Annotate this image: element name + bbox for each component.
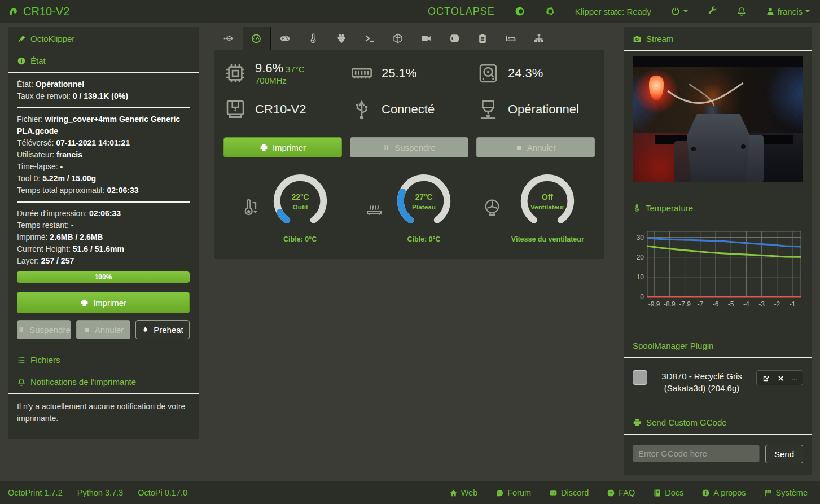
svg-text:22°C: 22°C	[291, 193, 309, 201]
tab-temperature[interactable]	[299, 27, 327, 50]
tab-dashboard[interactable]	[243, 27, 271, 50]
gcode-input[interactable]	[633, 445, 760, 462]
send-button-label: Send	[774, 449, 794, 459]
stream-header-label: Stream	[646, 34, 673, 43]
state-line: Taux de renvoi: 0 / 139.1K (0%)	[17, 90, 190, 102]
spoolmanager-header[interactable]: SpoolManager Plugin	[624, 334, 812, 354]
preheat-button[interactable]: Preheat	[135, 320, 190, 339]
printer-state-stat: Opérationnel	[476, 98, 595, 121]
sidebar-item-label: OctoKlipper	[30, 34, 74, 43]
tab-octopi[interactable]	[327, 27, 356, 50]
stop-icon	[83, 326, 90, 334]
tab-control[interactable]	[271, 27, 299, 50]
send-gcode-header[interactable]: Send Custom GCode	[624, 411, 812, 431]
file-line: Tool 0: 5.22m / 15.00g	[17, 173, 190, 185]
tab-plugin-manager[interactable]	[525, 27, 553, 50]
tab-gcode-viewer[interactable]	[384, 27, 412, 50]
octopi-version-link[interactable]: OctoPi 0.17.0	[138, 488, 187, 497]
job-line: Imprimé: 2.6MB / 2.6MB	[17, 231, 190, 243]
footer-link-label: Discord	[561, 488, 589, 497]
ram-percent: 25.1%	[382, 66, 416, 81]
more-spools-button[interactable]: ...	[791, 374, 797, 382]
tab-connection[interactable]	[214, 27, 243, 50]
sidebar-item-notifications[interactable]: Notifications de l'imprimante	[8, 368, 199, 390]
spool-item: 3D870 - Recyclé Gris (Sakata3d) (204.6g)…	[624, 363, 812, 396]
temperature-chart: -9.9-8.9-7.9-7-6-5-4-3-2-10102030	[632, 226, 804, 312]
edit-spool-button[interactable]	[762, 373, 770, 383]
pause-button[interactable]: Suspendre	[350, 137, 468, 157]
footer-link-label: Docs	[665, 488, 683, 497]
octoprint-version-link[interactable]: OctoPrint 1.7.2	[8, 488, 63, 497]
divider	[624, 50, 812, 51]
footer-link-about[interactable]: A propos	[701, 488, 746, 497]
tab-bed-visualizer[interactable]	[497, 27, 525, 50]
svg-text:0: 0	[640, 293, 644, 301]
printer-icon	[633, 418, 642, 427]
sidebar-item-octoklipper[interactable]: OctoKlipper	[8, 27, 199, 47]
pause-button[interactable]: Suspendre	[17, 320, 71, 339]
tab-terminal[interactable]	[356, 27, 384, 50]
sidebar-item-label: Fichiers	[30, 355, 60, 365]
microchip-icon	[545, 6, 556, 17]
eye-toggle-icon	[514, 6, 525, 17]
system-power-menu[interactable]	[670, 6, 688, 16]
spool-color-swatch[interactable]	[633, 370, 647, 385]
file-line: Time-lapse: -	[17, 161, 190, 173]
right-sidebar: Stream Temperature -9.9-8.9-7.9-7-6-5-4-…	[624, 27, 812, 475]
print-button[interactable]: Imprimer	[17, 292, 190, 313]
webcam-bed-slot	[760, 135, 793, 144]
usb-icon	[223, 33, 234, 44]
footer-link-docs[interactable]: Docs	[653, 488, 683, 497]
sitemap-icon	[533, 33, 545, 44]
divider	[8, 393, 199, 394]
bell-icon	[736, 6, 747, 16]
announcements-button[interactable]	[736, 6, 747, 16]
svg-text:Outil: Outil	[292, 203, 308, 211]
octolapse-toggle-button[interactable]	[514, 6, 525, 17]
printer-profile-stat: CR10-V2	[223, 98, 342, 121]
printer-profile: CR10-V2	[255, 102, 306, 117]
settings-button[interactable]	[707, 6, 717, 16]
footer-link-system[interactable]: Système	[764, 488, 808, 497]
svg-text:-5: -5	[728, 300, 734, 308]
footer-link-faq[interactable]: ? FAQ	[607, 488, 635, 497]
send-gcode-button[interactable]: Send	[765, 445, 803, 463]
svg-text:-8.9: -8.9	[664, 300, 676, 308]
divider	[624, 220, 812, 220]
footer-link-label: FAQ	[619, 488, 635, 497]
svg-text:-7: -7	[697, 300, 703, 308]
printer-icon	[80, 299, 89, 307]
temperature-header[interactable]: Temperature	[624, 196, 812, 216]
cancel-button-label: Annuler	[527, 143, 556, 152]
home-icon	[449, 489, 458, 497]
python-version-link[interactable]: Python 3.7.3	[77, 488, 123, 497]
tool-gauge: 22°COutil	[270, 172, 331, 233]
divider	[17, 201, 190, 203]
cancel-button[interactable]: Annuler	[476, 137, 595, 157]
footer-link-discord[interactable]: Discord	[549, 488, 589, 497]
print-button[interactable]: Imprimer	[223, 137, 342, 157]
divider	[624, 434, 812, 435]
footer-link-forum[interactable]: Forum	[495, 488, 531, 497]
footer-link-web[interactable]: Web	[449, 488, 478, 497]
cube-icon	[392, 33, 404, 44]
fan-icon	[482, 198, 502, 218]
deselect-spool-button[interactable]	[777, 373, 784, 382]
user-menu[interactable]: francis	[766, 7, 810, 16]
sidebar-item-files[interactable]: Fichiers	[8, 345, 199, 368]
tab-spoolmanager[interactable]	[440, 27, 468, 50]
pause-icon	[17, 326, 25, 334]
app-brand[interactable]: CR10-V2	[7, 5, 69, 18]
stream-header[interactable]: Stream	[624, 27, 812, 47]
job-line: Temps restant: -	[17, 220, 190, 231]
tab-gcode-editor[interactable]	[468, 27, 497, 50]
nav-octolapse[interactable]: OCTOLAPSE	[428, 6, 495, 17]
cancel-button[interactable]: Annuler	[76, 320, 130, 339]
tab-timelapse[interactable]	[412, 27, 440, 50]
sidebar-item-state[interactable]: État	[8, 47, 199, 69]
webcam-part-hole	[741, 144, 746, 149]
file-line: Temps total approximatif: 02:06:33	[17, 185, 190, 196]
plugin-chip-button[interactable]	[545, 6, 556, 17]
flag-checkered-icon	[764, 489, 773, 497]
divider	[8, 72, 199, 73]
